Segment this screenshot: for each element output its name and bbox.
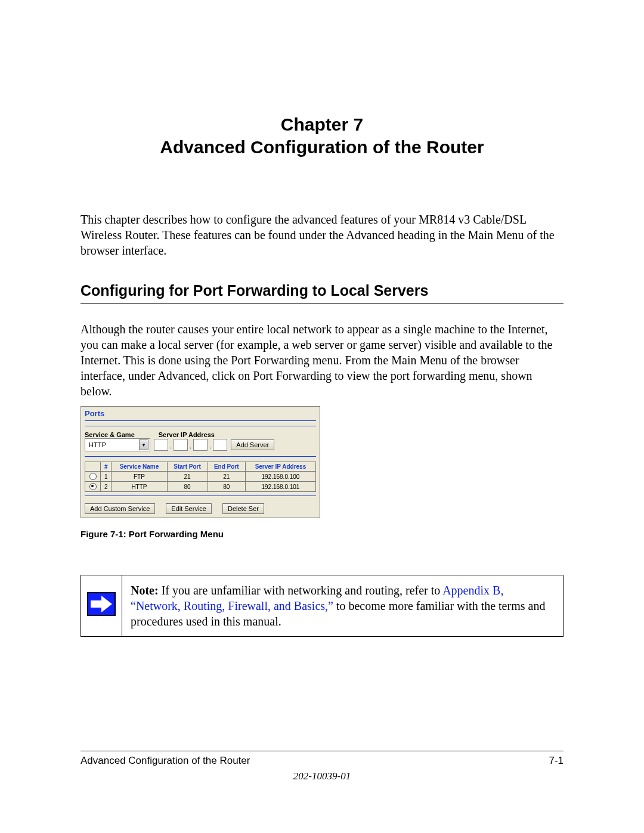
table-header-row: # Service Name Start Port End Port Serve… (85, 462, 316, 472)
cell-ip: 192.168.0.101 (245, 482, 315, 492)
th-radio (85, 462, 101, 472)
note-bold: Note: (131, 584, 159, 597)
ip-address-input[interactable]: . . . (154, 439, 227, 451)
footer-divider (80, 751, 564, 751)
row-radio[interactable] (89, 483, 97, 490)
delete-service-button[interactable]: Delete Ser (222, 503, 264, 514)
service-select[interactable]: HTTP ▼ (85, 438, 150, 451)
cell-end: 21 (208, 472, 245, 482)
cell-service: FTP (112, 472, 167, 482)
note-box: Note: If you are unfamiliar with network… (80, 575, 564, 637)
note-icon-cell (81, 575, 122, 637)
table-row[interactable]: 1 FTP 21 21 192.168.0.100 (85, 472, 316, 482)
cell-ip: 192.168.0.100 (245, 472, 315, 482)
footer-row: Advanced Configuration of the Router 7-1 (80, 755, 564, 767)
panel-divider-4 (85, 496, 316, 496)
ip-octet-4[interactable] (213, 439, 227, 451)
service-select-value: HTTP (89, 441, 106, 448)
th-num: # (101, 462, 112, 472)
services-table: # Service Name Start Port End Port Serve… (85, 462, 316, 492)
intro-paragraph: This chapter describes how to configure … (80, 212, 564, 258)
document-page: Chapter 7 Advanced Configuration of the … (0, 0, 644, 833)
note-text-cell: Note: If you are unfamiliar with network… (122, 575, 564, 637)
cell-num: 2 (101, 482, 112, 492)
section-heading: Configuring for Port Forwarding to Local… (80, 282, 564, 304)
cell-start: 80 (167, 482, 208, 492)
row-radio[interactable] (89, 473, 97, 480)
section-body: Although the router causes your entire l… (80, 321, 564, 399)
chapter-heading: Chapter 7 Advanced Configuration of the … (80, 113, 564, 158)
panel-title: Ports (81, 407, 320, 419)
edit-service-button[interactable]: Edit Service (166, 503, 212, 514)
th-server-ip: Server IP Address (245, 462, 315, 472)
note-text-1: If you are unfamiliar with networking an… (159, 584, 443, 597)
cell-end: 80 (208, 482, 245, 492)
table-row[interactable]: 2 HTTP 80 80 192.168.0.101 (85, 482, 316, 492)
page-footer: Advanced Configuration of the Router 7-1… (80, 751, 564, 782)
figure-caption: Figure 7-1: Port Forwarding Menu (80, 529, 564, 539)
add-server-button[interactable]: Add Server (231, 439, 274, 450)
port-forwarding-panel: Ports Service & Game Server IP Address H… (80, 406, 320, 518)
label-server-ip: Server IP Address (159, 431, 215, 438)
cell-start: 21 (167, 472, 208, 482)
footer-page-number: 7-1 (549, 755, 564, 767)
field-labels: Service & Game Server IP Address (81, 431, 320, 438)
cell-service: HTTP (112, 482, 167, 492)
th-start-port: Start Port (167, 462, 208, 472)
label-service-game: Service & Game (85, 431, 135, 438)
arrow-right-icon (87, 592, 116, 616)
chapter-title: Advanced Configuration of the Router (80, 136, 564, 159)
panel-divider-2 (85, 426, 316, 426)
ip-octet-3[interactable] (193, 439, 208, 451)
panel-divider-3 (85, 456, 316, 457)
th-service-name: Service Name (112, 462, 167, 472)
chevron-down-icon: ▼ (139, 439, 148, 450)
cell-num: 1 (101, 472, 112, 482)
panel-bottom-buttons: Add Custom Service Edit Service Delete S… (81, 501, 320, 518)
footer-left: Advanced Configuration of the Router (80, 755, 250, 767)
panel-divider (85, 420, 316, 421)
th-end-port: End Port (208, 462, 245, 472)
add-custom-service-button[interactable]: Add Custom Service (85, 503, 155, 514)
svg-marker-0 (91, 596, 112, 612)
footer-docnum: 202-10039-01 (80, 770, 564, 782)
chapter-number: Chapter 7 (80, 113, 564, 136)
add-server-row: HTTP ▼ . . . Add Server (81, 438, 320, 455)
ip-octet-2[interactable] (174, 439, 188, 451)
ip-octet-1[interactable] (154, 439, 168, 451)
